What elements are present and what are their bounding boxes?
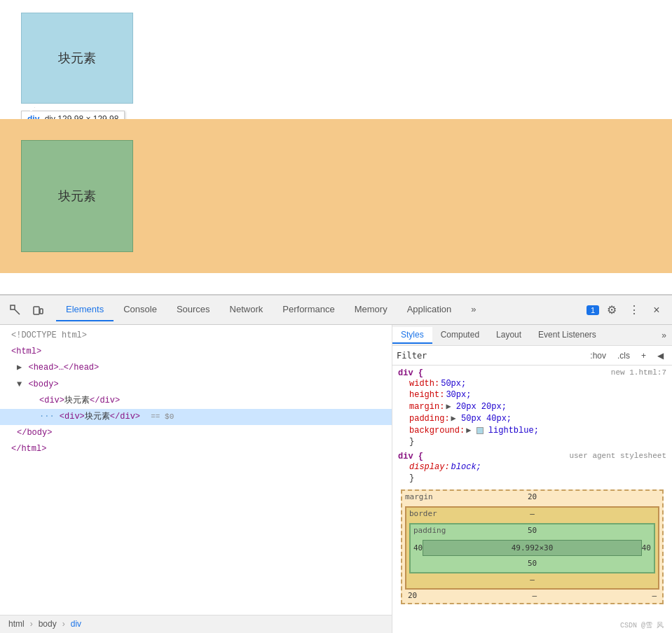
browser-viewport: 块元素 div div 129.98 × 129.98 块元素 — [0, 0, 672, 294]
tab-console[interactable]: Console — [114, 298, 167, 321]
more-options-button[interactable]: ⋮ — [624, 300, 644, 320]
tab-more[interactable]: » — [461, 298, 486, 321]
style-prop-background: background: ▶ lightblue; — [398, 424, 666, 436]
style-source-1: new 1.html:7 — [611, 368, 666, 378]
style-tab-styles[interactable]: Styles — [392, 327, 432, 344]
console-badge: 1 — [587, 305, 599, 315]
style-prop-padding: padding: ▶ 50px 40px; — [398, 412, 666, 424]
style-prop-width: width: 50px; — [398, 378, 666, 389]
dom-line-body[interactable]: ▼ <body> — [0, 377, 392, 393]
svg-rect-0 — [11, 305, 15, 309]
devtools-tabs: Elements Console Sources Network Perform… — [56, 298, 587, 321]
border-top-val: – — [530, 509, 535, 518]
padding-bottom-label: 50 — [413, 557, 651, 569]
border-bottom-val: – — [530, 575, 535, 584]
padding-right-val: 40 — [642, 543, 651, 552]
triangle-body-icon[interactable]: ▼ — [17, 380, 22, 389]
dom-panel-container: <!DOCTYPE html> <html> ▶ <head>…</head> … — [0, 325, 392, 633]
filter-cls-button[interactable]: .cls — [613, 349, 634, 362]
style-selector-2: div { — [398, 452, 423, 461]
orange-container: 块元素 — [0, 119, 672, 273]
inspect-element-button[interactable] — [6, 300, 25, 320]
breadcrumb-div[interactable]: div — [68, 618, 84, 630]
dom-line-body-close: </body> — [0, 425, 392, 441]
style-rule-1: div { new 1.html:7 width: 50px; height: … — [398, 368, 666, 447]
border-label: border — [409, 509, 437, 518]
styles-filter-bar: Filter :hov .cls + ◀ — [392, 346, 672, 366]
margin-top-val: 20 — [528, 492, 537, 501]
border-bottom-row: – — [409, 573, 655, 585]
block-text-1: 块元素 — [58, 50, 96, 67]
dom-line-div2[interactable]: ··· <div>块元素</div> == $0 — [0, 409, 392, 425]
styles-panel: Styles Computed Layout Event Listeners »… — [392, 325, 672, 633]
toolbar-icons — [6, 300, 48, 320]
tab-memory[interactable]: Memory — [345, 298, 397, 321]
content-row: 40 49.992×30 40 — [413, 540, 651, 556]
style-prop-display: display: block; — [398, 461, 666, 473]
padding-label: padding — [413, 526, 446, 535]
svg-line-1 — [15, 309, 20, 314]
filter-label: Filter — [397, 351, 580, 361]
devtools-toolbar: Elements Console Sources Network Perform… — [0, 295, 672, 325]
breadcrumb-html[interactable]: html — [6, 618, 27, 630]
margin-right-val: – — [652, 591, 657, 600]
block-element-1: 块元素 — [21, 13, 133, 104]
style-selector-1: div { — [398, 368, 423, 378]
box-padding: padding 50 40 49.992×30 40 — [409, 523, 655, 573]
close-devtools-button[interactable]: × — [647, 300, 666, 320]
toolbar-right: 1 ⚙ ⋮ × — [587, 300, 666, 320]
tab-elements[interactable]: Elements — [56, 298, 114, 321]
devtools-body: <!DOCTYPE html> <html> ▶ <head>…</head> … — [0, 325, 672, 633]
style-rule-2: div { user agent stylesheet display: blo… — [398, 452, 666, 484]
device-toolbar-button[interactable] — [28, 300, 48, 320]
triangle-icon[interactable]: ▶ — [17, 363, 22, 373]
style-source-2: user agent stylesheet — [569, 452, 666, 461]
devtools-panel: Elements Console Sources Network Perform… — [0, 294, 672, 633]
tab-sources[interactable]: Sources — [167, 298, 220, 321]
dom-line-html[interactable]: <html> — [0, 344, 392, 360]
padding-top-val: 50 — [528, 526, 537, 535]
style-rule-1-close: } — [398, 436, 666, 447]
filter-back-button[interactable]: ◀ — [653, 349, 668, 362]
settings-button[interactable]: ⚙ — [602, 300, 622, 320]
style-rule-2-close: } — [398, 473, 666, 484]
box-margin: margin 20 border – padding 50 — [401, 489, 664, 604]
dom-line-doctype: <!DOCTYPE html> — [0, 328, 392, 344]
block-text-2: 块元素 — [58, 188, 96, 204]
style-rule-2-header: div { user agent stylesheet — [398, 452, 666, 461]
filter-hov-button[interactable]: :hov — [586, 349, 610, 362]
padding-left-val: 40 — [413, 543, 423, 552]
box-model-diagram: margin 20 border – padding 50 — [401, 489, 664, 604]
dom-line-div1[interactable]: <div>块元素</div> — [0, 393, 392, 409]
dom-line-head[interactable]: ▶ <head>…</head> — [0, 360, 392, 376]
dom-line-html-close: </html> — [0, 441, 392, 457]
dom-tree[interactable]: <!DOCTYPE html> <html> ▶ <head>…</head> … — [0, 325, 392, 615]
style-prop-margin: margin: ▶ 20px 20px; — [398, 401, 666, 412]
style-tab-more[interactable]: » — [656, 328, 672, 343]
box-border: border – padding 50 40 — [405, 506, 659, 590]
style-tab-computed[interactable]: Computed — [432, 327, 488, 344]
svg-rect-3 — [40, 309, 43, 314]
filter-buttons: :hov .cls + ◀ — [586, 349, 668, 362]
block-element-preview: 块元素 div div 129.98 × 129.98 — [21, 13, 133, 104]
svg-rect-2 — [34, 307, 39, 314]
breadcrumb-body[interactable]: body — [36, 618, 60, 630]
style-tab-event-listeners[interactable]: Event Listeners — [530, 327, 605, 344]
margin-left-val: 20 — [408, 591, 417, 600]
block-element-2: 块元素 — [21, 140, 133, 252]
margin-bottom-center: – — [533, 591, 537, 600]
styles-content[interactable]: div { new 1.html:7 width: 50px; height: … — [392, 366, 672, 633]
margin-bottom-row: 20 – – — [405, 591, 659, 600]
style-rule-1-header: div { new 1.html:7 — [398, 368, 666, 378]
content-size-val: 49.992×30 — [512, 543, 554, 552]
styles-tabs: Styles Computed Layout Event Listeners » — [392, 325, 672, 346]
tab-network[interactable]: Network — [220, 298, 273, 321]
tab-application[interactable]: Application — [397, 298, 462, 321]
style-prop-height: height: 30px; — [398, 389, 666, 401]
tab-performance[interactable]: Performance — [273, 298, 344, 321]
filter-add-button[interactable]: + — [637, 349, 650, 362]
dom-breadcrumb: html › body › div — [0, 615, 392, 633]
style-tab-layout[interactable]: Layout — [488, 327, 530, 344]
box-content: 49.992×30 — [423, 540, 642, 556]
margin-label: margin — [405, 492, 433, 501]
